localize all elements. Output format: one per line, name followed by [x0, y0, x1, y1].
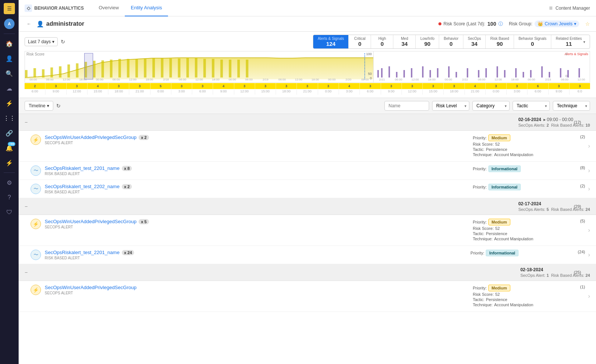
- timeline-seg: 3: [423, 83, 444, 89]
- group-collapse-1[interactable]: −: [25, 119, 28, 125]
- svg-rect-5: [59, 66, 61, 77]
- alert-item-risk-3[interactable]: 〜 SecOpsRiskalert_test_2201_name x 24 RI…: [19, 246, 596, 264]
- svg-rect-1: [25, 70, 28, 77]
- risk-group-label: Risk Group:: [509, 21, 532, 26]
- alert-count-badge-5: x 24: [122, 250, 134, 255]
- metric-alerts-signals[interactable]: Alerts & Signals 124: [313, 35, 349, 48]
- alert-arrow-5[interactable]: ›: [588, 251, 590, 258]
- refresh-button[interactable]: ↻: [61, 39, 65, 45]
- svg-rect-52: [567, 70, 569, 77]
- alert-risk-row-1: Risk Score: 52: [473, 142, 577, 146]
- alert-arrow-3[interactable]: ›: [588, 186, 590, 192]
- svg-rect-7: [76, 63, 79, 77]
- alert-meta-5: Priority: Informational: [470, 250, 575, 257]
- timeline-number-bar[interactable]: 2 3 3 4 3 3 5 3 3 4 3 3 3 3 3 4 3 3 3 3 …: [25, 83, 590, 89]
- crown-jewels-dropdown-icon[interactable]: ▾: [574, 21, 576, 26]
- sidebar-icon-lightning[interactable]: ⚡: [3, 156, 16, 170]
- tactic-select[interactable]: Tactic: [513, 101, 550, 111]
- svg-rect-23: [212, 59, 215, 77]
- crown-jewels-badge[interactable]: 👑 Crown Jewels ▾: [535, 20, 579, 27]
- svg-rect-30: [377, 70, 379, 77]
- related-entities-chevron[interactable]: ▾: [583, 40, 585, 44]
- alert-type-2: RISK BASED ALERT: [45, 172, 473, 176]
- sidebar-icon-cloud[interactable]: ☁: [3, 82, 16, 95]
- risk-score-info-icon[interactable]: ⓘ: [498, 21, 503, 27]
- notification-badge: +99: [8, 142, 15, 146]
- metric-behavior-signals[interactable]: Behavior Signals 0: [514, 35, 551, 48]
- timeline-seg: 4: [213, 83, 234, 89]
- metric-med[interactable]: Med 34: [393, 35, 416, 48]
- svg-rect-20: [186, 58, 189, 77]
- date-range-select[interactable]: Last 7 days ▾: [25, 37, 58, 46]
- metric-behavior[interactable]: Behavior 0: [439, 35, 463, 48]
- sidebar-icon-help[interactable]: ?: [3, 191, 16, 204]
- metric-secops[interactable]: SecOps 34: [463, 35, 486, 48]
- name-filter-input[interactable]: [384, 101, 429, 111]
- technique-select[interactable]: Technique: [553, 101, 590, 111]
- nav-tab-overview[interactable]: Overview: [93, 0, 125, 16]
- alert-arrow-2[interactable]: ›: [588, 167, 590, 174]
- sidebar: ☰ A 🏠 👤 🔍 ☁ ⚡ ⋮⋮ 🔗 🔔 +99 ⚡ ⚙ ? 🛡: [0, 0, 19, 364]
- alert-item-secops-3[interactable]: ⚡ SecOpsWinUserAddedPrivlegedSecGroup SE…: [19, 281, 596, 312]
- risk-alert-icon-2: 〜: [31, 184, 41, 194]
- timeline-seg: 3: [171, 83, 192, 89]
- category-filter-wrap: Category: [472, 101, 510, 111]
- sidebar-icon-entities[interactable]: 👤: [3, 52, 16, 65]
- sidebar-divider-2: [4, 172, 15, 173]
- user-avatar[interactable]: A: [4, 19, 15, 29]
- metric-high[interactable]: High 0: [371, 35, 393, 48]
- app-logo[interactable]: ☰: [4, 3, 15, 14]
- timeline-seg: 3: [444, 83, 465, 89]
- group-count-3: (25): [574, 270, 581, 275]
- nav-right: ≡ Content Manager: [549, 5, 590, 12]
- sidebar-icon-link[interactable]: 🔗: [3, 126, 16, 140]
- alert-arrow-6[interactable]: ›: [588, 293, 590, 300]
- filter-bar: Timeline ▾ ↻ Risk Level Category Tactic …: [19, 98, 596, 114]
- priority-badge-5: Informational: [486, 250, 519, 256]
- group-collapse-3[interactable]: −: [25, 269, 28, 275]
- metric-low-info[interactable]: Low/Info 90: [416, 35, 439, 48]
- sidebar-icon-home[interactable]: 🏠: [3, 37, 16, 50]
- group-collapse-2[interactable]: −: [25, 203, 28, 209]
- alert-item-risk-1[interactable]: 〜 SecOpsRiskalert_test_2201_name x 8 RIS…: [19, 162, 596, 180]
- alert-tactic-row-6: Tactic: Persistence: [473, 297, 577, 302]
- sidebar-icon-layers[interactable]: ⚡: [3, 96, 16, 110]
- svg-rect-33: [396, 72, 397, 77]
- sidebar-icon-search[interactable]: 🔍: [3, 67, 16, 80]
- alert-arrow-4[interactable]: ›: [588, 227, 590, 234]
- priority-badge-1: Medium: [488, 134, 511, 141]
- svg-rect-48: [530, 70, 532, 77]
- alert-count-1: (2): [580, 134, 585, 139]
- sidebar-icon-shield[interactable]: 🛡: [3, 206, 16, 219]
- metric-related-entities[interactable]: Related Entities 11 ▾: [551, 35, 590, 48]
- alert-item-secops-1[interactable]: ⚡ SecOpsWinUserAddedPrivlegedSecGroup x …: [19, 131, 596, 162]
- content-manager-label[interactable]: Content Manager: [555, 6, 590, 11]
- timeline-filter-button[interactable]: Timeline ▾: [25, 101, 53, 111]
- svg-rect-26: [237, 60, 240, 77]
- back-button[interactable]: ←: [25, 19, 34, 28]
- timeline-seg: 3: [570, 83, 590, 89]
- alert-priority-row-3: Priority: Informational: [473, 184, 577, 190]
- alert-name-3: SecOpsRiskalert_test_2202_name x 2: [45, 184, 473, 189]
- metric-critical[interactable]: Critical 0: [349, 35, 371, 48]
- alert-name-2: SecOpsRiskalert_test_2201_name x 8: [45, 165, 473, 171]
- sidebar-icon-apps[interactable]: ⋮⋮: [3, 111, 16, 125]
- nav-tab-entity-analysis[interactable]: Entity Analysis: [125, 0, 168, 16]
- timeline-seg: 4: [339, 83, 360, 89]
- alert-name-4: SecOpsWinUserAddedPrivlegedSecGroup x 5: [45, 219, 473, 224]
- sidebar-icon-settings[interactable]: ⚙: [3, 176, 16, 189]
- svg-rect-15: [144, 59, 146, 77]
- alert-item-secops-2[interactable]: ⚡ SecOpsWinUserAddedPrivlegedSecGroup x …: [19, 215, 596, 246]
- alert-count-6: (1): [580, 285, 585, 289]
- refresh-timeline-icon[interactable]: ↻: [56, 103, 61, 109]
- sidebar-icon-notifications[interactable]: 🔔 +99: [3, 141, 16, 155]
- svg-rect-37: [429, 70, 431, 77]
- alert-arrow-1[interactable]: ›: [588, 143, 590, 149]
- risk-alert-icon-1: 〜: [31, 165, 41, 176]
- category-select[interactable]: Category: [472, 101, 510, 111]
- alert-item-risk-2[interactable]: 〜 SecOpsRiskalert_test_2202_name x 2 RIS…: [19, 180, 596, 198]
- risk-alert-icon-3: 〜: [31, 250, 41, 260]
- favorite-star-icon[interactable]: ☆: [585, 21, 590, 27]
- risk-level-select[interactable]: Risk Level: [432, 101, 469, 111]
- metric-risk-based[interactable]: Risk Based 90: [486, 35, 514, 48]
